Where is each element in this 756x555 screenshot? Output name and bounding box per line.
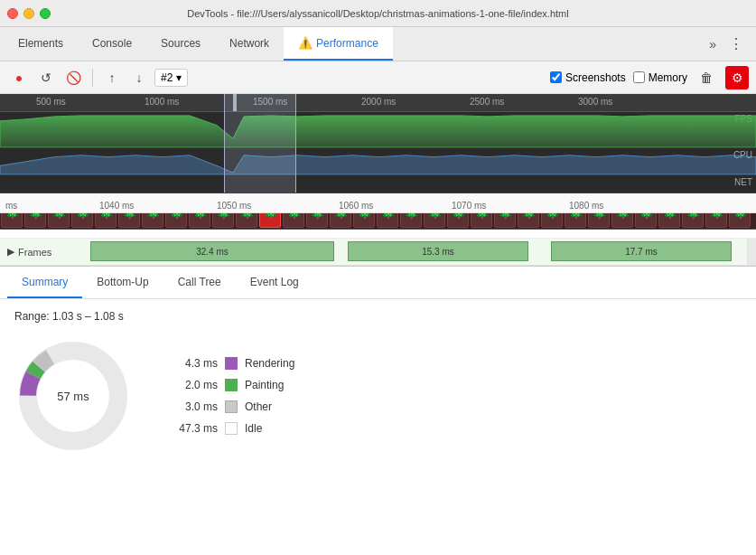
record-button[interactable]: ● <box>7 66 31 89</box>
tab-elements[interactable]: Elements <box>4 27 78 61</box>
summary-content: Range: 1.03 s – 1.08 s <box>0 299 756 555</box>
minimize-button[interactable] <box>23 8 34 19</box>
frame-block-0[interactable]: 32.4 ms <box>90 241 334 261</box>
nav-extras: » ⋮ <box>702 27 752 61</box>
cpu-lane: CPU <box>0 148 756 175</box>
toolbar-right: Screenshots Memory 🗑 ⚙ <box>550 66 749 89</box>
fps-chart <box>0 112 756 147</box>
frame-block-1[interactable]: 15.3 ms <box>348 241 528 261</box>
nav-tabs: Elements Console Sources Network ⚠️ Perf… <box>0 27 756 61</box>
other-label: Other <box>245 400 272 413</box>
download-button[interactable]: ↓ <box>127 66 151 89</box>
download-icon: ↓ <box>136 71 143 85</box>
memory-checkbox[interactable] <box>633 71 645 83</box>
screenshots-checkbox-label[interactable]: Screenshots <box>550 71 626 84</box>
idle-swatch <box>225 422 238 435</box>
tab-sources[interactable]: Sources <box>146 27 215 61</box>
profiler-main: ms 1040 ms 1050 ms 1060 ms 1070 ms 1080 … <box>0 193 756 267</box>
tick-2500ms: 2500 ms <box>470 97 504 107</box>
profiler-ruler: ms 1040 ms 1050 ms 1060 ms 1070 ms 1080 … <box>0 193 756 213</box>
other-swatch <box>225 400 238 413</box>
rendering-swatch <box>225 357 238 370</box>
tab-bottom-up[interactable]: Bottom-Up <box>82 267 163 298</box>
chart-legend: 4.3 ms Rendering 2.0 ms Painting 3.0 ms … <box>168 357 294 435</box>
frames-track-label[interactable]: ▶ Frames <box>0 246 90 258</box>
delete-recording-button[interactable]: 🗑 <box>695 66 718 89</box>
upload-button[interactable]: ↑ <box>100 66 124 89</box>
tab-summary[interactable]: Summary <box>7 267 82 298</box>
p-tick-1080: 1080 ms <box>569 201 603 211</box>
settings-button[interactable]: ⚙ <box>725 66 749 89</box>
donut-chart: 57 ms <box>14 337 132 455</box>
trash-icon: 🗑 <box>700 71 713 85</box>
tab-call-tree[interactable]: Call Tree <box>163 267 236 298</box>
titlebar: DevTools - file:///Users/alyssanicoll/De… <box>0 0 756 27</box>
p-tick-1050: 1050 ms <box>217 201 251 211</box>
screenshots-checkbox[interactable] <box>550 71 562 83</box>
frames-track: ▶ Frames 32.4 ms 15.3 ms 17.7 ms <box>0 239 756 266</box>
main-layout: 500 ms 1000 ms 1500 ms 2000 ms 2500 ms 3… <box>0 94 756 555</box>
svg-marker-0 <box>0 116 756 147</box>
idle-value: 47.3 ms <box>168 422 218 435</box>
donut-center-label: 57 ms <box>57 390 89 403</box>
upload-icon: ↑ <box>109 71 116 85</box>
timeline-overview[interactable]: 500 ms 1000 ms 1500 ms 2000 ms 2500 ms 3… <box>0 94 756 193</box>
net-label: NET <box>734 177 752 187</box>
tab-console[interactable]: Console <box>78 27 146 61</box>
reload-button[interactable]: ↺ <box>34 66 58 89</box>
idle-label: Idle <box>245 422 262 435</box>
tab-performance[interactable]: ⚠️ Performance <box>284 27 393 61</box>
other-value: 3.0 ms <box>168 400 218 413</box>
tick-2000ms: 2000 ms <box>361 97 396 107</box>
more-tabs-button[interactable]: » <box>702 33 723 55</box>
legend-item-idle: 47.3 ms Idle <box>168 422 294 435</box>
svg-marker-1 <box>0 155 756 174</box>
close-button[interactable] <box>7 8 18 19</box>
cpu-chart <box>0 148 756 174</box>
tick-500ms: 500 ms <box>36 97 66 107</box>
frames-content: 32.4 ms 15.3 ms 17.7 ms <box>90 239 747 265</box>
devtools-menu-button[interactable]: ⋮ <box>723 32 749 56</box>
rendering-label: Rendering <box>245 357 294 370</box>
frame-block-2[interactable]: 17.7 ms <box>551 241 732 261</box>
tick-1000ms: 1000 ms <box>145 97 179 107</box>
timeline-handle[interactable] <box>233 94 237 111</box>
frames-expand-icon: ▶ <box>7 246 14 258</box>
chevron-down-icon: ▾ <box>176 71 182 84</box>
window-controls <box>7 8 51 19</box>
session-selector[interactable]: #2 ▾ <box>154 69 188 87</box>
painting-label: Painting <box>245 379 284 391</box>
gear-icon: ⚙ <box>732 71 743 85</box>
bottom-panel: Summary Bottom-Up Call Tree Event Log Ra… <box>0 267 756 555</box>
summary-tabs: Summary Bottom-Up Call Tree Event Log <box>0 267 756 299</box>
chart-area: 57 ms 4.3 ms Rendering 2.0 ms Painting <box>14 337 742 455</box>
summary-range: Range: 1.03 s – 1.08 s <box>14 310 742 323</box>
legend-item-rendering: 4.3 ms Rendering <box>168 357 294 370</box>
horizontal-scrollbar[interactable] <box>747 239 756 265</box>
tick-3000ms: 3000 ms <box>578 97 612 107</box>
memory-checkbox-label[interactable]: Memory <box>633 71 687 84</box>
maximize-button[interactable] <box>40 8 51 19</box>
fps-lane: FPS <box>0 112 756 148</box>
stop-icon: 🚫 <box>66 71 81 85</box>
tick-1500ms: 1500 ms <box>253 97 287 107</box>
window-title: DevTools - file:///Users/alyssanicoll/De… <box>187 8 568 19</box>
tab-network[interactable]: Network <box>215 27 284 61</box>
network-track: ▶ Network <box>0 213 756 239</box>
p-tick-1040: 1040 ms <box>99 201 134 211</box>
stop-button[interactable]: 🚫 <box>61 66 85 89</box>
p-tick-1060: 1060 ms <box>339 201 373 211</box>
p-tick-ms: ms <box>5 201 17 211</box>
warning-icon: ⚠️ <box>298 36 313 50</box>
rendering-value: 4.3 ms <box>168 357 218 370</box>
legend-item-other: 3.0 ms Other <box>168 400 294 413</box>
net-lane: NET <box>0 175 756 193</box>
painting-value: 2.0 ms <box>168 379 218 391</box>
timeline-ruler: 500 ms 1000 ms 1500 ms 2000 ms 2500 ms 3… <box>0 94 756 112</box>
p-tick-1070: 1070 ms <box>452 201 486 211</box>
painting-swatch <box>225 379 238 391</box>
network-track-content <box>94 213 752 238</box>
legend-item-painting: 2.0 ms Painting <box>168 379 294 391</box>
tab-event-log[interactable]: Event Log <box>236 267 313 298</box>
toolbar-separator-1 <box>92 69 93 87</box>
